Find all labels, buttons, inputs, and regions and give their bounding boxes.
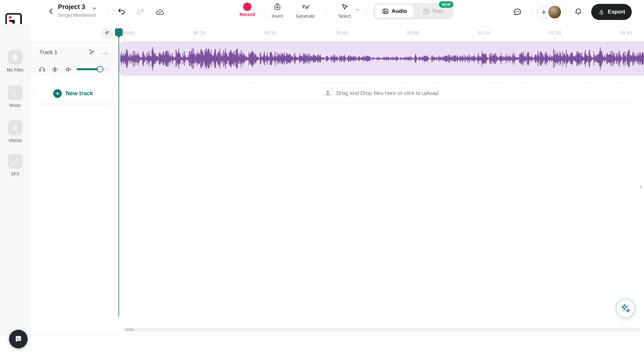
magic-pencil-icon bbox=[88, 48, 95, 56]
track-mute-button[interactable] bbox=[65, 66, 72, 74]
time-tick: 01:00 bbox=[407, 30, 419, 35]
sidebar-item-label: Voices bbox=[0, 138, 30, 143]
dropzone-label: Drag and Drop files here or click to upl… bbox=[336, 90, 439, 97]
header: Project 3 Sergio Montanino Record Insert… bbox=[30, 0, 644, 24]
divider bbox=[566, 6, 566, 18]
user-avatar[interactable] bbox=[548, 5, 561, 19]
dots-horizontal-icon bbox=[100, 50, 108, 57]
export-label: Export bbox=[608, 9, 625, 15]
export-button[interactable]: Export bbox=[591, 4, 632, 20]
record-button[interactable]: Record bbox=[236, 3, 259, 17]
speaker-mute-icon bbox=[65, 66, 72, 73]
voices-icon bbox=[8, 120, 23, 135]
notifications-button[interactable] bbox=[574, 7, 583, 16]
track-volume-slider[interactable] bbox=[77, 68, 109, 70]
playhead-handle[interactable] bbox=[115, 28, 123, 36]
sidebar-item-sfx[interactable]: SFX bbox=[0, 154, 30, 176]
audio-clip-waveform[interactable] bbox=[119, 42, 644, 76]
time-tick: 00:45 bbox=[336, 30, 348, 35]
marker-pin-button[interactable] bbox=[101, 28, 112, 39]
headphones-icon bbox=[38, 66, 46, 73]
snowflake-icon bbox=[51, 66, 59, 73]
sparkles-icon bbox=[620, 303, 631, 314]
generate-label: Generate bbox=[294, 14, 317, 19]
back-button[interactable] bbox=[47, 7, 55, 15]
volume-handle[interactable] bbox=[97, 66, 103, 72]
playhead-line bbox=[118, 32, 119, 316]
ai-assistant-button[interactable] bbox=[615, 298, 636, 319]
sidebar-item-label: My Files bbox=[0, 67, 30, 72]
select-cursor-icon bbox=[340, 3, 349, 11]
mode-text-tab[interactable]: Text bbox=[414, 8, 452, 15]
new-track-button[interactable]: New track bbox=[34, 83, 112, 103]
time-tick: 01:30 bbox=[549, 30, 561, 35]
project-title[interactable]: Project 3 bbox=[58, 3, 85, 11]
time-tick: 00:00 bbox=[122, 30, 134, 35]
pin-icon bbox=[104, 30, 110, 36]
sidebar-item-label: SFX bbox=[0, 171, 30, 176]
track-name[interactable]: Track 1 bbox=[39, 49, 57, 56]
sidebar-item-voices[interactable]: Voices bbox=[0, 120, 30, 143]
sfx-icon bbox=[8, 154, 23, 169]
time-tick: 00:15 bbox=[193, 30, 205, 35]
record-dot-icon bbox=[243, 3, 251, 11]
sidebar-item-my-files[interactable]: My Files bbox=[0, 50, 30, 72]
cloud-check-icon bbox=[155, 8, 164, 17]
comments-button[interactable] bbox=[513, 7, 522, 17]
divider bbox=[531, 6, 532, 18]
insert-icon bbox=[273, 3, 282, 11]
new-badge: NEW bbox=[439, 1, 453, 8]
time-tick: 01:15 bbox=[478, 30, 490, 35]
sidebar: My Files Music Voices SFX bbox=[0, 24, 30, 335]
bell-icon bbox=[574, 7, 583, 16]
upload-dropzone[interactable]: Drag and Drop files here or click to upl… bbox=[124, 83, 638, 104]
insert-button[interactable]: Insert bbox=[266, 3, 289, 19]
support-chat-button[interactable] bbox=[9, 330, 28, 348]
panel-collapse-tab[interactable] bbox=[638, 166, 644, 208]
generate-button[interactable]: Generate bbox=[294, 3, 317, 19]
track-more-button[interactable] bbox=[100, 50, 108, 58]
divider bbox=[366, 6, 367, 18]
chevron-left-icon bbox=[47, 7, 55, 15]
new-track-label: New track bbox=[66, 90, 93, 97]
text-label: Text bbox=[432, 8, 443, 14]
track-panel: Track 1 bbox=[30, 41, 114, 76]
cloud-sync-button[interactable] bbox=[155, 8, 164, 17]
divider bbox=[327, 6, 328, 18]
audio-label: Audio bbox=[392, 8, 407, 14]
my-files-icon bbox=[8, 50, 23, 65]
track-magic-edit-button[interactable] bbox=[88, 48, 95, 57]
redo-icon bbox=[137, 8, 145, 16]
bottom-bar: 0:00:00.00 / 0:06:58.02 bbox=[0, 335, 644, 359]
track-solo-button[interactable] bbox=[38, 66, 46, 74]
music-icon bbox=[8, 85, 23, 100]
text-icon bbox=[423, 8, 430, 15]
generate-icon bbox=[301, 3, 310, 11]
plus-circle-icon bbox=[53, 89, 62, 98]
app-root: My Files Music Voices SFX Project 3 bbox=[0, 0, 644, 359]
undo-button[interactable] bbox=[117, 8, 126, 16]
select-label: Select bbox=[333, 14, 356, 19]
audio-icon bbox=[382, 8, 389, 15]
project-owner: Sergio Montanino bbox=[58, 12, 96, 18]
scrollbar-thumb[interactable] bbox=[125, 328, 134, 331]
chat-smile-icon bbox=[14, 335, 23, 344]
project-chevron-down-icon[interactable] bbox=[91, 5, 97, 13]
redo-button[interactable] bbox=[137, 8, 145, 16]
sidebar-item-music[interactable]: Music bbox=[0, 85, 30, 108]
upload-icon bbox=[324, 90, 332, 97]
download-icon bbox=[598, 9, 605, 15]
record-label: Record bbox=[236, 12, 259, 17]
mode-audio-tab[interactable]: Audio bbox=[375, 5, 414, 18]
chat-dots-icon bbox=[513, 7, 522, 17]
insert-label: Insert bbox=[266, 14, 289, 19]
plus-icon bbox=[541, 9, 547, 15]
undo-icon bbox=[117, 8, 126, 16]
select-button[interactable]: Select bbox=[333, 3, 356, 19]
timeline-scrollbar[interactable] bbox=[124, 328, 641, 332]
divider bbox=[108, 6, 108, 18]
ruler-divider bbox=[30, 41, 644, 41]
track-freeze-button[interactable] bbox=[51, 66, 59, 74]
sidebar-item-label: Music bbox=[0, 103, 30, 108]
select-chevron-down-icon[interactable] bbox=[355, 7, 360, 12]
